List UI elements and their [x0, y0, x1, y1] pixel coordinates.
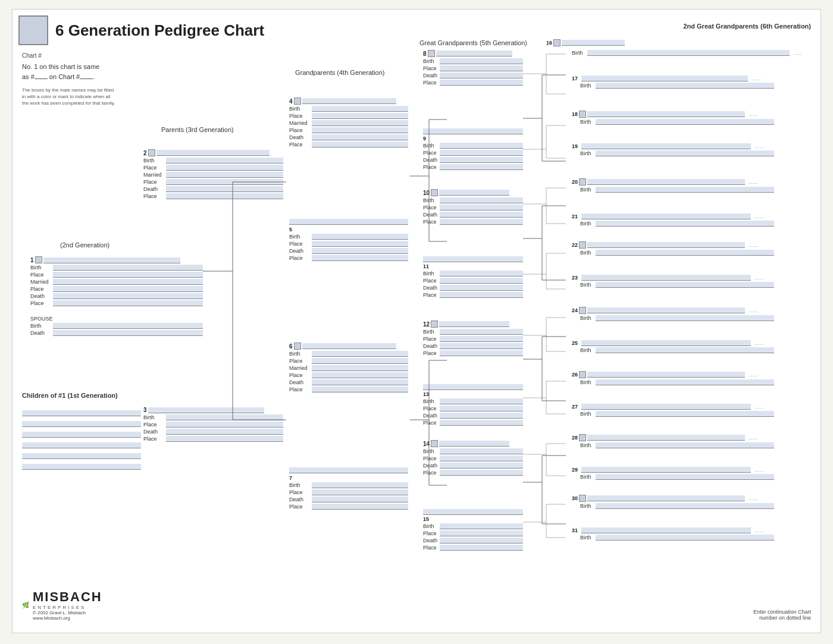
person-17: 17 ....... Birth [572, 75, 798, 89]
married-label: Married [30, 279, 53, 285]
person-6-box [294, 343, 301, 350]
person-5-num: 5 [289, 227, 292, 233]
sbirth-label: Birth [30, 323, 53, 329]
p10-num: 10 [423, 190, 430, 196]
person-3-dplace[interactable] [166, 436, 283, 442]
person-1-name-bar[interactable] [43, 257, 180, 263]
person-1-birth[interactable] [53, 265, 203, 271]
death-label: Death [30, 293, 53, 299]
spouse-label: SPOUSE [30, 316, 203, 322]
place3-label: Place [30, 300, 53, 306]
spouse-birth[interactable] [53, 323, 203, 329]
gen5-label: Great Grandparents (5th Generation) [419, 39, 527, 46]
person-1: 1 Birth Place Married Place Death Place … [30, 256, 203, 336]
p13-num: 13 [423, 391, 429, 397]
person-6-num: 6 [289, 343, 293, 350]
person-3-num: 3 [143, 407, 147, 413]
header: 6 Generation Pedigree Chart [18, 15, 815, 45]
p14-num: 14 [423, 441, 430, 447]
person-27: 27 ....... Birth [572, 403, 798, 417]
footer-url: www.Misbach.org [33, 615, 102, 621]
person-2-num: 2 [143, 150, 147, 156]
person-1-num: 1 [30, 257, 34, 263]
person-11: 11 Birth Place Death Place [423, 256, 523, 298]
person-3-name-bar[interactable] [148, 407, 264, 413]
person-10: 10 Birth Place Death Place [423, 189, 523, 225]
person-23: 23 ....... Birth [572, 274, 798, 288]
person-25: 25 ....... Birth [572, 340, 798, 353]
place2-label: Place [30, 286, 53, 292]
person-2-birth[interactable] [166, 158, 283, 164]
p12-num: 12 [423, 321, 430, 328]
person-2-married[interactable] [166, 172, 283, 178]
person-4: 4 Birth Place Married Place Death Place [289, 98, 408, 147]
person-2: 2 Birth Place Married Place Death Place [143, 149, 283, 199]
chart-box [18, 15, 48, 45]
person-15: 15 Birth Place Death Place [423, 509, 523, 551]
person-5: 5 Birth Place Death Place [289, 219, 408, 261]
page-title: 6 Generation Pedigree Chart [55, 21, 264, 40]
p9-num: 9 [423, 136, 426, 142]
p11-num: 11 [423, 263, 429, 269]
gen2-label: (2nd Generation) [60, 241, 109, 249]
children-label: Children of #1 (1st Generation) [22, 392, 118, 399]
person-1-death[interactable] [53, 293, 203, 299]
person-2-dplace[interactable] [166, 193, 283, 199]
person-6: 6 Birth Place Married Place Death Place [289, 343, 408, 392]
person-24: 24 ....... Birth [572, 307, 798, 321]
person-30: 30 ....... Birth [572, 495, 798, 509]
person-3: 3 Birth Place Death Place [143, 407, 283, 442]
person-16-entry: Birth ....... [572, 49, 810, 56]
person-1-place[interactable] [53, 272, 203, 278]
person-31: 31 ....... Birth [572, 527, 798, 541]
no1-text: No. 1 on this chart is same as # on Char… [22, 62, 99, 81]
person-29: 29 ....... Birth [572, 466, 798, 480]
note-text: The boxes by the male names may be fille… [22, 87, 117, 107]
p8-num: 8 [423, 51, 427, 57]
p15-num: 15 [423, 516, 429, 522]
person-2-mplace[interactable] [166, 179, 283, 185]
person-2-box [148, 149, 155, 156]
birth-label: Birth [30, 265, 53, 271]
person-7-num: 7 [289, 475, 292, 481]
logo-decoration: 🌿 [22, 602, 29, 608]
person-3-place[interactable] [166, 422, 283, 428]
footer-copy: © 2002 Grant L. Misbach [33, 610, 102, 615]
person-1-dplace[interactable] [53, 300, 203, 306]
person-3-birth[interactable] [166, 414, 283, 420]
person-4-num: 4 [289, 98, 293, 105]
person-16: 16 [546, 39, 635, 46]
person-1-married[interactable] [53, 279, 203, 285]
gen6-label: 2nd Great Grandparents (6th Generation) [683, 23, 811, 30]
person-4-box [294, 98, 301, 105]
person-8: 8 Birth Place Death Place [423, 50, 523, 86]
person-28: 28 ....... Birth [572, 434, 798, 448]
footer-sub: ENTERPRISES [33, 605, 102, 610]
person-21: 21 ....... Birth [572, 213, 798, 227]
spouse-death[interactable] [53, 330, 203, 336]
person-2-place[interactable] [166, 165, 283, 171]
chart-number-label: Chart # [22, 52, 42, 59]
person-2-name-bar[interactable] [156, 150, 270, 156]
person-1-mplace[interactable] [53, 286, 203, 292]
footer-logo: MISBACH [33, 589, 102, 605]
gen3-label: Parents (3rd Generation) [161, 126, 234, 133]
person-20: 20 ....... Birth [572, 178, 798, 193]
person-9: 9 Birth Place Death Place [423, 128, 523, 170]
sdeath-label: Death [30, 330, 53, 336]
person-14: 14 Birth Place Death Place [423, 440, 523, 476]
continuation-note: Enter continuation Chart number on dotte… [753, 609, 811, 621]
person-7: 7 Birth Place Death Place [289, 467, 408, 510]
footer: 🌿 MISBACH ENTERPRISES © 2002 Grant L. Mi… [22, 589, 102, 621]
person-18: 18 ....... Birth [572, 111, 798, 125]
children-lines [22, 408, 141, 470]
person-2-death[interactable] [166, 186, 283, 192]
person-22: 22 ....... Birth [572, 241, 798, 256]
gen4-label: Grandparents (4th Generation) [295, 69, 384, 76]
person-3-death[interactable] [166, 429, 283, 435]
person-12: 12 Birth Place Death Place [423, 321, 523, 356]
person-26: 26 ....... Birth [572, 371, 798, 385]
person-1-box [35, 256, 42, 263]
person-19: 19 ....... Birth [572, 143, 798, 156]
place-label: Place [30, 272, 53, 278]
